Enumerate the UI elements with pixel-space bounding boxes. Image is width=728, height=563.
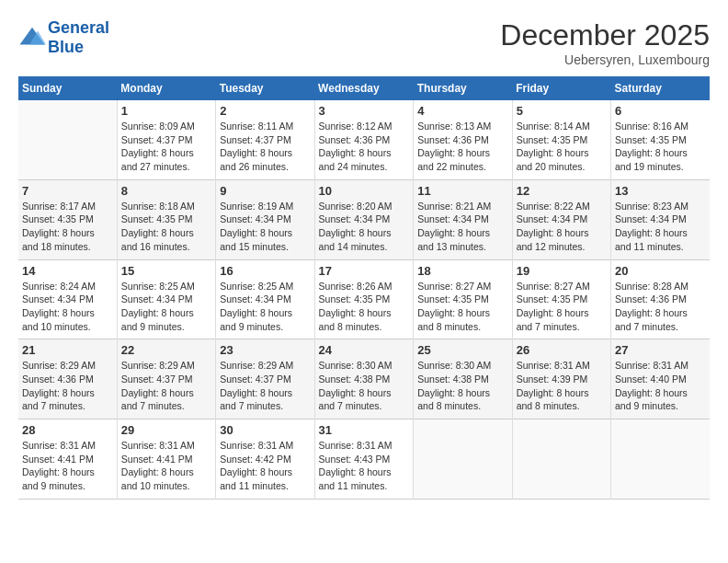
calendar-cell [512, 419, 610, 500]
day-info: Sunrise: 8:19 AMSunset: 4:34 PMDaylight:… [220, 200, 310, 254]
day-of-week-header: Sunday [18, 76, 117, 100]
day-info: Sunrise: 8:12 AMSunset: 4:36 PMDaylight:… [319, 120, 410, 174]
day-number: 8 [121, 184, 211, 198]
calendar-cell: 31 Sunrise: 8:31 AMSunset: 4:43 PMDaylig… [314, 419, 414, 500]
calendar-cell: 8 Sunrise: 8:18 AMSunset: 4:35 PMDayligh… [117, 179, 215, 259]
calendar-cell: 15 Sunrise: 8:25 AMSunset: 4:34 PMDaylig… [117, 259, 215, 339]
logo: General Blue [18, 18, 109, 56]
calendar-cell: 11 Sunrise: 8:21 AMSunset: 4:34 PMDaylig… [414, 179, 512, 259]
logo-text: General [48, 18, 109, 38]
day-info: Sunrise: 8:30 AMSunset: 4:38 PMDaylight:… [417, 359, 507, 413]
day-of-week-header: Saturday [611, 76, 710, 100]
calendar-cell: 19 Sunrise: 8:27 AMSunset: 4:35 PMDaylig… [512, 259, 610, 339]
day-number: 15 [121, 264, 211, 278]
calendar-header: SundayMondayTuesdayWednesdayThursdayFrid… [18, 76, 710, 100]
page-header: General Blue December 2025 Uebersyren, L… [18, 18, 710, 67]
calendar-cell: 1 Sunrise: 8:09 AMSunset: 4:37 PMDayligh… [117, 100, 215, 179]
day-info: Sunrise: 8:25 AMSunset: 4:34 PMDaylight:… [220, 280, 310, 334]
day-info: Sunrise: 8:31 AMSunset: 4:43 PMDaylight:… [319, 439, 410, 493]
day-number: 29 [121, 423, 211, 437]
day-number: 24 [319, 343, 410, 357]
calendar-cell: 7 Sunrise: 8:17 AMSunset: 4:35 PMDayligh… [18, 179, 117, 259]
day-number: 18 [417, 264, 507, 278]
day-number: 11 [417, 184, 507, 198]
day-info: Sunrise: 8:27 AMSunset: 4:35 PMDaylight:… [517, 280, 607, 334]
calendar-cell: 29 Sunrise: 8:31 AMSunset: 4:41 PMDaylig… [117, 419, 215, 500]
day-number: 23 [220, 343, 310, 357]
day-number: 5 [517, 104, 607, 118]
day-info: Sunrise: 8:21 AMSunset: 4:34 PMDaylight:… [417, 200, 507, 254]
day-of-week-header: Friday [512, 76, 610, 100]
day-number: 9 [220, 184, 310, 198]
day-number: 13 [615, 184, 706, 198]
calendar-cell [414, 419, 512, 500]
day-number: 7 [22, 184, 113, 198]
calendar-cell: 30 Sunrise: 8:31 AMSunset: 4:42 PMDaylig… [216, 419, 314, 500]
calendar-week-row: 1 Sunrise: 8:09 AMSunset: 4:37 PMDayligh… [18, 100, 710, 179]
calendar-week-row: 21 Sunrise: 8:29 AMSunset: 4:36 PMDaylig… [18, 339, 710, 419]
day-of-week-header: Tuesday [216, 76, 314, 100]
day-number: 16 [220, 264, 310, 278]
calendar-cell: 24 Sunrise: 8:30 AMSunset: 4:38 PMDaylig… [314, 339, 414, 419]
day-info: Sunrise: 8:29 AMSunset: 4:37 PMDaylight:… [121, 359, 211, 413]
calendar-cell: 5 Sunrise: 8:14 AMSunset: 4:35 PMDayligh… [512, 100, 610, 179]
calendar-cell: 25 Sunrise: 8:30 AMSunset: 4:38 PMDaylig… [414, 339, 512, 419]
title-block: December 2025 Uebersyren, Luxembourg [500, 18, 710, 67]
day-info: Sunrise: 8:09 AMSunset: 4:37 PMDaylight:… [121, 120, 211, 174]
calendar-cell: 27 Sunrise: 8:31 AMSunset: 4:40 PMDaylig… [611, 339, 710, 419]
day-number: 17 [319, 264, 410, 278]
day-info: Sunrise: 8:20 AMSunset: 4:34 PMDaylight:… [319, 200, 410, 254]
day-number: 20 [615, 264, 706, 278]
calendar-cell [611, 419, 710, 500]
calendar-cell: 28 Sunrise: 8:31 AMSunset: 4:41 PMDaylig… [18, 419, 117, 500]
day-info: Sunrise: 8:13 AMSunset: 4:36 PMDaylight:… [417, 120, 507, 174]
location-subtitle: Uebersyren, Luxembourg [500, 52, 710, 67]
day-number: 12 [517, 184, 607, 198]
calendar-cell: 22 Sunrise: 8:29 AMSunset: 4:37 PMDaylig… [117, 339, 215, 419]
calendar-week-row: 14 Sunrise: 8:24 AMSunset: 4:34 PMDaylig… [18, 259, 710, 339]
day-info: Sunrise: 8:31 AMSunset: 4:40 PMDaylight:… [615, 359, 706, 413]
day-info: Sunrise: 8:18 AMSunset: 4:35 PMDaylight:… [121, 200, 211, 254]
day-number: 21 [22, 343, 113, 357]
day-info: Sunrise: 8:28 AMSunset: 4:36 PMDaylight:… [615, 280, 706, 334]
calendar-cell: 3 Sunrise: 8:12 AMSunset: 4:36 PMDayligh… [314, 100, 414, 179]
calendar-week-row: 7 Sunrise: 8:17 AMSunset: 4:35 PMDayligh… [18, 179, 710, 259]
day-info: Sunrise: 8:24 AMSunset: 4:34 PMDaylight:… [22, 280, 113, 334]
calendar-cell [18, 100, 117, 179]
logo-icon [18, 24, 46, 52]
day-info: Sunrise: 8:31 AMSunset: 4:39 PMDaylight:… [517, 359, 607, 413]
day-number: 25 [417, 343, 507, 357]
calendar-cell: 10 Sunrise: 8:20 AMSunset: 4:34 PMDaylig… [314, 179, 414, 259]
calendar-cell: 13 Sunrise: 8:23 AMSunset: 4:34 PMDaylig… [611, 179, 710, 259]
day-info: Sunrise: 8:31 AMSunset: 4:41 PMDaylight:… [22, 439, 113, 493]
calendar-cell: 14 Sunrise: 8:24 AMSunset: 4:34 PMDaylig… [18, 259, 117, 339]
day-number: 4 [417, 104, 507, 118]
day-info: Sunrise: 8:30 AMSunset: 4:38 PMDaylight:… [319, 359, 410, 413]
day-number: 31 [319, 423, 410, 437]
day-number: 2 [220, 104, 310, 118]
day-info: Sunrise: 8:29 AMSunset: 4:36 PMDaylight:… [22, 359, 113, 413]
day-number: 3 [319, 104, 410, 118]
day-info: Sunrise: 8:17 AMSunset: 4:35 PMDaylight:… [22, 200, 113, 254]
day-number: 14 [22, 264, 113, 278]
calendar-cell: 21 Sunrise: 8:29 AMSunset: 4:36 PMDaylig… [18, 339, 117, 419]
calendar-cell: 2 Sunrise: 8:11 AMSunset: 4:37 PMDayligh… [216, 100, 314, 179]
calendar-week-row: 28 Sunrise: 8:31 AMSunset: 4:41 PMDaylig… [18, 419, 710, 500]
calendar-cell: 20 Sunrise: 8:28 AMSunset: 4:36 PMDaylig… [611, 259, 710, 339]
calendar-cell: 18 Sunrise: 8:27 AMSunset: 4:35 PMDaylig… [414, 259, 512, 339]
day-info: Sunrise: 8:16 AMSunset: 4:35 PMDaylight:… [615, 120, 706, 174]
day-of-week-header: Thursday [414, 76, 512, 100]
day-info: Sunrise: 8:31 AMSunset: 4:41 PMDaylight:… [121, 439, 211, 493]
day-info: Sunrise: 8:31 AMSunset: 4:42 PMDaylight:… [220, 439, 310, 493]
day-info: Sunrise: 8:27 AMSunset: 4:35 PMDaylight:… [417, 280, 507, 334]
day-number: 22 [121, 343, 211, 357]
calendar-cell: 16 Sunrise: 8:25 AMSunset: 4:34 PMDaylig… [216, 259, 314, 339]
day-number: 6 [615, 104, 706, 118]
day-info: Sunrise: 8:22 AMSunset: 4:34 PMDaylight:… [517, 200, 607, 254]
day-info: Sunrise: 8:11 AMSunset: 4:37 PMDaylight:… [220, 120, 310, 174]
day-info: Sunrise: 8:26 AMSunset: 4:35 PMDaylight:… [319, 280, 410, 334]
calendar-cell: 17 Sunrise: 8:26 AMSunset: 4:35 PMDaylig… [314, 259, 414, 339]
calendar-cell: 12 Sunrise: 8:22 AMSunset: 4:34 PMDaylig… [512, 179, 610, 259]
day-number: 30 [220, 423, 310, 437]
day-number: 10 [319, 184, 410, 198]
